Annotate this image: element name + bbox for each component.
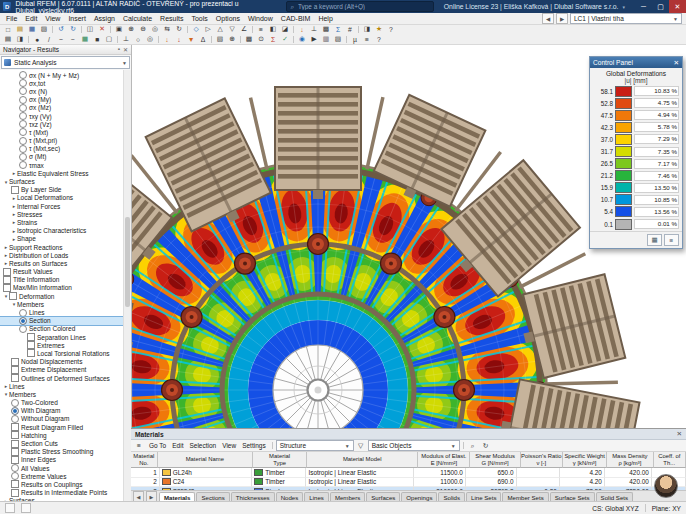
nav-item-with-diagram[interactable]: With Diagram	[0, 407, 131, 415]
materials-menu-view[interactable]: View	[219, 442, 239, 449]
result-tables-icon[interactable]: ▥	[320, 35, 332, 44]
control-panel-close-icon[interactable]: ✕	[673, 59, 679, 67]
license-user-menu[interactable]: Online License 23 | Eliška Kafková | Dlu…	[444, 3, 619, 10]
nav-item-result-values[interactable]: Result Values	[0, 268, 131, 276]
menu-cad-bim[interactable]: CAD-BIM	[277, 13, 315, 24]
load-cases-icon[interactable]: ▧	[214, 35, 226, 44]
nav-item-members[interactable]: ▾Members	[0, 390, 131, 398]
nav-item-result-diagram-filled[interactable]: Result Diagram Filled	[0, 423, 131, 431]
radio-icon[interactable]	[11, 472, 19, 480]
nav-item-elastic-equivalent-stress[interactable]: ▸Elastic Equivalent Stress	[0, 169, 131, 177]
nav-item--x-n-my-mz-[interactable]: σx (N + My + Mz)	[0, 71, 131, 79]
view-isometric-icon[interactable]: ◇	[190, 25, 202, 34]
copy-icon[interactable]: ◫	[84, 25, 96, 34]
manage-views-icon[interactable]: ★	[373, 25, 385, 34]
checkbox-icon[interactable]	[3, 268, 11, 276]
checkbox-icon[interactable]	[11, 186, 19, 194]
nav-item-isotropic-characteristics[interactable]: ▸Isotropic Characteristics	[0, 227, 131, 235]
load-case-combo[interactable]: LC1 | Vlastní tíha ▼	[570, 13, 682, 24]
column-header[interactable]: Mass Densityρ [kg/m³]	[607, 452, 653, 468]
area-load-icon[interactable]: ▼	[185, 35, 197, 44]
node-icon[interactable]: ●	[31, 35, 43, 44]
nav-item-section[interactable]: Section	[0, 317, 131, 325]
member-icon[interactable]: −	[67, 35, 79, 44]
nav-item--mxt-sec-[interactable]: τ (Mxt,sec)	[0, 145, 131, 153]
radio-icon[interactable]	[11, 464, 19, 472]
delete-icon[interactable]: ✕	[96, 25, 108, 34]
menu-options[interactable]: Options	[212, 13, 244, 24]
nav-item-lines[interactable]: ▸Lines	[0, 382, 131, 390]
nav-item--x-my-[interactable]: σx (My)	[0, 96, 131, 104]
nav-item-max-min-information[interactable]: Max/Min Information	[0, 284, 131, 292]
nav-item-stresses[interactable]: ▸Stresses	[0, 210, 131, 218]
radio-icon[interactable]	[19, 71, 27, 79]
search-table-icon[interactable]: ⌕	[467, 441, 479, 450]
checkbox-checked-icon[interactable]	[3, 276, 11, 284]
checkbox-checked-icon[interactable]	[3, 284, 11, 292]
opening-icon[interactable]: ▢	[103, 35, 115, 44]
checkbox-icon[interactable]	[11, 480, 19, 488]
radio-icon[interactable]	[19, 145, 27, 153]
nav-item-strains[interactable]: ▸Strains	[0, 218, 131, 226]
radio-icon[interactable]	[19, 87, 27, 95]
line-icon[interactable]: /	[43, 35, 55, 44]
nav-item--x-tot[interactable]: σx,tot	[0, 79, 131, 87]
checkbox-icon[interactable]	[11, 489, 19, 497]
nav-item-section-cuts[interactable]: Section Cuts	[0, 439, 131, 447]
show-values-icon[interactable]: #	[344, 25, 356, 34]
checkbox-icon[interactable]	[11, 366, 19, 374]
check-icon[interactable]: ✓	[279, 35, 291, 44]
menu-results[interactable]: Results	[156, 13, 187, 24]
table-row[interactable]: 2C24TimberIsotropic | Linear Elastic1100…	[131, 478, 686, 488]
menu-window[interactable]: Window	[244, 13, 277, 24]
minimize-button[interactable]: ─	[635, 0, 652, 13]
column-header[interactable]: Shear ModulusG [N/mm²]	[470, 452, 520, 468]
new-model-icon[interactable]: □	[2, 25, 14, 34]
navigator-close-icon[interactable]: ✕	[123, 46, 128, 53]
user-avatar[interactable]	[654, 474, 678, 498]
display-properties-icon[interactable]: ≡	[255, 25, 267, 34]
nav-item-members[interactable]: ▾Members	[0, 300, 131, 308]
combinations-icon[interactable]: ⊕	[226, 35, 238, 44]
column-header[interactable]: Coeff. of Th...	[654, 452, 686, 468]
nav-item--max[interactable]: τmax	[0, 161, 131, 169]
radio-icon[interactable]	[19, 79, 27, 87]
open-model-icon[interactable]: ▤	[14, 25, 26, 34]
nav-item-extremes[interactable]: Extremes	[0, 341, 131, 349]
nav-item-section-colored[interactable]: Section Colored	[0, 325, 131, 333]
filter-icon[interactable]: ▽	[355, 441, 367, 450]
checkbox-icon[interactable]	[11, 431, 19, 439]
mesh-settings-icon[interactable]: ⊙	[255, 35, 267, 44]
materials-menu-go-to[interactable]: Go To	[146, 442, 169, 449]
nav-item--mt-[interactable]: σ (Mt)	[0, 153, 131, 161]
zoom-in-icon[interactable]: ⊕	[125, 25, 137, 34]
perspective-icon[interactable]: ∠	[238, 25, 250, 34]
column-header[interactable]: MaterialType	[253, 452, 307, 468]
nav-item-local-torsional-rotations[interactable]: Local Torsional Rotations	[0, 349, 131, 357]
nav-item--x-n-[interactable]: σx (N)	[0, 87, 131, 95]
menu-tools[interactable]: Tools	[187, 13, 211, 24]
checkbox-icon[interactable]	[27, 341, 35, 349]
nav-item-surfaces[interactable]: ▾Surfaces	[0, 177, 131, 185]
polyline-icon[interactable]: ~	[55, 35, 67, 44]
checkbox-checked-icon[interactable]	[9, 292, 17, 300]
nav-item-local-deformations[interactable]: ▸Local Deformations	[0, 194, 131, 202]
checkbox-icon[interactable]	[27, 349, 35, 357]
radio-icon[interactable]	[11, 399, 19, 407]
radio-icon[interactable]	[19, 309, 27, 317]
tables-icon[interactable]: ▤	[2, 35, 14, 44]
maximize-button[interactable]: ▢	[652, 0, 669, 13]
radio-icon[interactable]	[19, 325, 27, 333]
materials-menu-settings[interactable]: Settings	[239, 442, 269, 449]
nav-item--mxt-[interactable]: τ (Mxt)	[0, 128, 131, 136]
view-in-x-icon[interactable]: ▷	[202, 25, 214, 34]
nav-item-nodal-displacements[interactable]: Nodal Displacements	[0, 358, 131, 366]
undo-icon[interactable]: ↺	[55, 25, 67, 34]
checkbox-icon[interactable]	[11, 358, 19, 366]
radio-checked-icon[interactable]	[11, 407, 19, 415]
animation-icon[interactable]: ▶	[308, 35, 320, 44]
nav-item-results-on-surfaces[interactable]: ▸Results on Surfaces	[0, 259, 131, 267]
nav-item-internal-forces[interactable]: ▸Internal Forces	[0, 202, 131, 210]
refresh-icon[interactable]: ↻	[480, 441, 492, 450]
new-window-icon[interactable]: ◨	[361, 25, 373, 34]
